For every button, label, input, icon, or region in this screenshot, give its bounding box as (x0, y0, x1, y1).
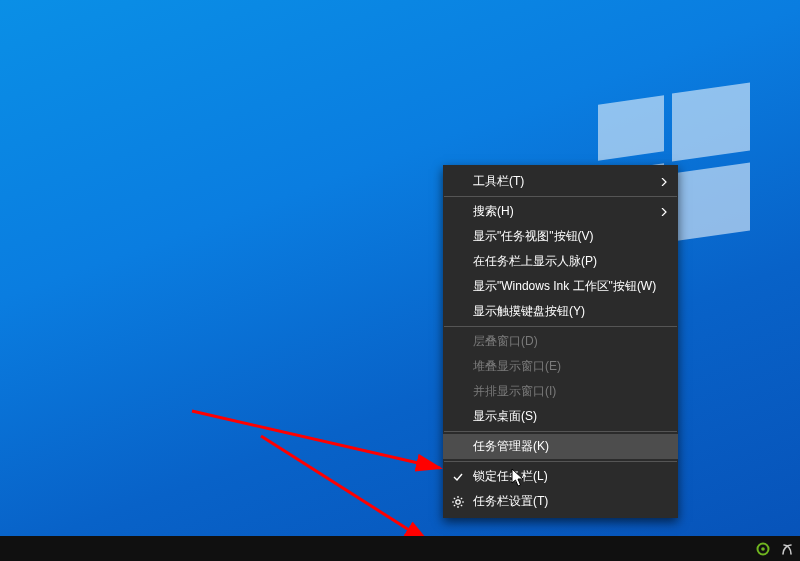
menu-item-show-touch-keyboard[interactable]: 显示触摸键盘按钮(Y) (443, 299, 678, 324)
menu-item-show-people[interactable]: 在任务栏上显示人脉(P) (443, 249, 678, 274)
ime-tray-icon[interactable] (780, 542, 794, 556)
menu-item-show-taskview[interactable]: 显示"任务视图"按钮(V) (443, 224, 678, 249)
system-tray (756, 536, 794, 561)
menu-item-stack: 堆叠显示窗口(E) (443, 354, 678, 379)
taskbar-context-menu: 工具栏(T) 搜索(H) 显示"任务视图"按钮(V) 在任务栏上显示人脉(P) … (443, 165, 678, 518)
menu-item-toolbars[interactable]: 工具栏(T) (443, 169, 678, 194)
menu-item-label: 工具栏(T) (473, 173, 524, 190)
svg-point-4 (761, 547, 765, 551)
mouse-cursor-icon (511, 468, 525, 488)
menu-separator (444, 196, 677, 197)
menu-item-label: 显示桌面(S) (473, 408, 537, 425)
annotation-arrows (0, 0, 800, 561)
menu-item-label: 显示"Windows Ink 工作区"按钮(W) (473, 278, 656, 295)
svg-point-0 (456, 499, 460, 503)
menu-separator (444, 461, 677, 462)
menu-item-label: 层叠窗口(D) (473, 333, 538, 350)
menu-item-lock-taskbar[interactable]: 锁定任务栏(L) (443, 464, 678, 489)
menu-item-show-desktop[interactable]: 显示桌面(S) (443, 404, 678, 429)
menu-item-label: 任务栏设置(T) (473, 493, 548, 510)
menu-item-show-ink[interactable]: 显示"Windows Ink 工作区"按钮(W) (443, 274, 678, 299)
svg-line-2 (261, 436, 428, 542)
menu-item-taskbar-settings[interactable]: 任务栏设置(T) (443, 489, 678, 514)
svg-line-1 (192, 411, 440, 468)
checkmark-icon (452, 471, 464, 483)
menu-separator (444, 326, 677, 327)
menu-item-label: 显示触摸键盘按钮(Y) (473, 303, 585, 320)
menu-item-label: 并排显示窗口(I) (473, 383, 556, 400)
menu-item-side-by-side: 并排显示窗口(I) (443, 379, 678, 404)
menu-item-cascade: 层叠窗口(D) (443, 329, 678, 354)
taskbar[interactable] (0, 536, 800, 561)
gear-icon (451, 495, 465, 509)
desktop[interactable]: 工具栏(T) 搜索(H) 显示"任务视图"按钮(V) 在任务栏上显示人脉(P) … (0, 0, 800, 561)
chevron-right-icon (660, 178, 668, 186)
menu-item-label: 搜索(H) (473, 203, 514, 220)
nvidia-tray-icon[interactable] (756, 542, 770, 556)
menu-item-label: 堆叠显示窗口(E) (473, 358, 561, 375)
menu-separator (444, 431, 677, 432)
chevron-right-icon (660, 208, 668, 216)
menu-item-search[interactable]: 搜索(H) (443, 199, 678, 224)
menu-item-label: 在任务栏上显示人脉(P) (473, 253, 597, 270)
menu-item-task-manager[interactable]: 任务管理器(K) (443, 434, 678, 459)
menu-item-label: 显示"任务视图"按钮(V) (473, 228, 594, 245)
menu-item-label: 任务管理器(K) (473, 438, 549, 455)
